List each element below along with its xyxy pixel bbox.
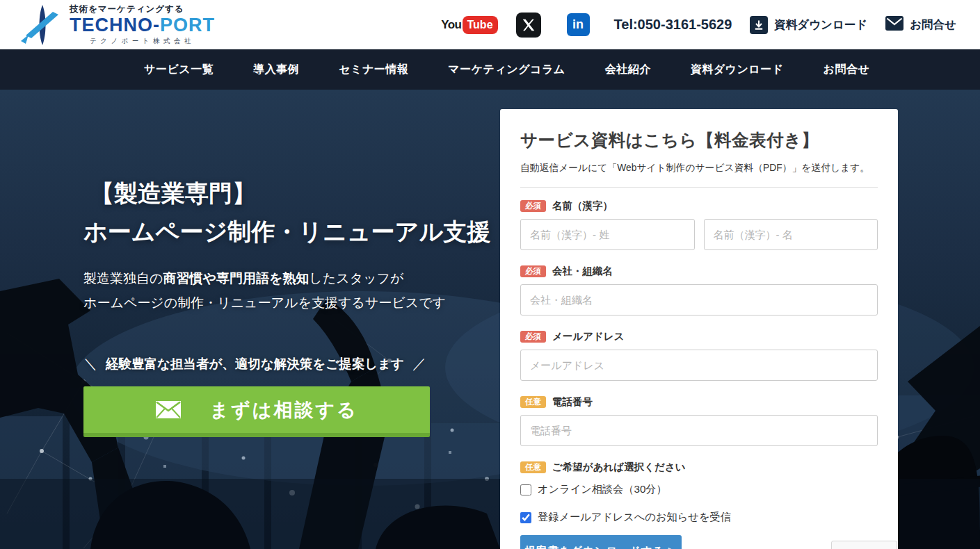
hero-title-line2: ホームページ制作・リニューアル支援 (83, 213, 501, 251)
logo-tagline: 技術をマーケティングする (70, 3, 215, 15)
header-download-label: 資料ダウンロード (774, 17, 867, 33)
consult-button-label: まずは相談する (209, 398, 358, 423)
logo-brand-dark: TECHNO- (70, 15, 160, 35)
hero-desc-line2: ホームページの制作・リニューアルを支援するサービスです (83, 291, 501, 316)
nav-item-company[interactable]: 会社紹介 (605, 63, 651, 77)
field-email-label: メールアドレス (552, 330, 625, 343)
required-badge: 必須 (520, 265, 546, 278)
field-options-label: ご希望があれば選択ください (552, 461, 686, 474)
checkbox-online-consult[interactable]: オンライン相談会（30分） (520, 482, 878, 497)
last-name-input[interactable] (520, 219, 695, 250)
logo-text: 技術をマーケティングする TECHNO-PORT テクノポート株式会社 (70, 3, 215, 46)
checkbox-online-consult-label: オンライン相談会（30分） (538, 482, 667, 497)
header-contact-label: お問合せ (910, 17, 956, 33)
download-icon (750, 16, 768, 34)
download-form-card: サービス資料はこちら【料金表付き】 自動返信メールにて「Webサイト制作のサービ… (500, 109, 898, 549)
logo-brand-light: PORT (160, 15, 215, 35)
youtube-you-text: You (441, 18, 461, 32)
field-name-label: 名前（漢字） (552, 199, 613, 213)
form-divider (520, 187, 878, 188)
nav-item-download[interactable]: 資料ダウンロード (691, 63, 784, 77)
header-download-link[interactable]: 資料ダウンロード (750, 16, 867, 34)
hero-desc-suffix: したスタッフが (309, 271, 403, 286)
linkedin-in-text: in (572, 17, 584, 32)
consult-button[interactable]: まずは相談する (83, 386, 430, 437)
linkedin-icon[interactable]: in (567, 13, 614, 36)
x-logo-box (516, 13, 541, 38)
checkbox-newsletter-label: 登録メールアドレスへのお知らせを受信 (538, 510, 731, 525)
hero-description: 製造業独自の商習慣や専門用語を熟知したスタッフが ホームページの制作・リニューア… (83, 267, 501, 316)
optional-badge: 任意 (520, 461, 546, 474)
recaptcha-badge[interactable] (831, 541, 897, 549)
logo-mark-icon (21, 4, 64, 46)
hero-proposal-line: ＼ 経験豊富な担当者が、適切な解決策をご提案します ／ (83, 354, 501, 373)
checkbox-newsletter[interactable]: 登録メールアドレスへのお知らせを受信 (520, 510, 878, 525)
slash-right-decoration: ／ (412, 354, 426, 373)
optional-badge: 任意 (520, 396, 546, 409)
newsletter-checkbox[interactable] (520, 512, 531, 523)
slash-left-decoration: ＼ (83, 354, 97, 373)
email-input[interactable] (520, 350, 878, 381)
online-consult-checkbox[interactable] (520, 484, 531, 495)
nav-item-marketing-column[interactable]: マーケティングコラム (448, 63, 565, 77)
required-badge: 必須 (520, 331, 546, 343)
form-subtitle: 自動返信メールにて「Webサイト制作のサービス資料（PDF）」を送付します。 (520, 162, 878, 174)
nav-item-seminars[interactable]: セミナー情報 (339, 63, 408, 77)
logo[interactable]: 技術をマーケティングする TECHNO-PORT テクノポート株式会社 (21, 3, 215, 46)
phone-input[interactable] (520, 415, 878, 446)
hero-proposal-text: 経験豊富な担当者が、適切な解決策をご提案します (106, 355, 404, 372)
form-submit-button[interactable]: 提案書をダウンロードする ▷ (520, 535, 682, 549)
main-nav: サービス一覧 導入事例 セミナー情報 マーケティングコラム 会社紹介 資料ダウン… (0, 49, 980, 90)
youtube-icon[interactable]: You Tube (441, 16, 497, 34)
header-contact-link[interactable]: お問合せ (885, 16, 956, 33)
first-name-input[interactable] (704, 219, 878, 250)
field-company: 必須 会社・組織名 (520, 265, 878, 316)
envelope-icon (155, 400, 182, 419)
x-twitter-icon[interactable] (516, 13, 567, 38)
logo-company-name: テクノポート株式会社 (70, 37, 215, 46)
required-badge: 必須 (520, 200, 546, 213)
header-links: You Tube in Tel:050-3161-5629 資料ダウンロード お… (441, 13, 956, 38)
hero-desc-prefix: 製造業独自の (83, 271, 163, 286)
field-phone-label: 電話番号 (552, 395, 593, 409)
logo-brand: TECHNO-PORT (70, 15, 215, 36)
company-input[interactable] (520, 284, 878, 316)
mail-icon (885, 16, 903, 33)
hero-content: 【製造業専門】 ホームページ制作・リニューアル支援 製造業独自の商習慣や専門用語… (83, 174, 501, 437)
field-options: 任意 ご希望があれば選択ください (520, 461, 878, 474)
form-title: サービス資料はこちら【料金表付き】 (520, 129, 878, 151)
nav-item-contact[interactable]: お問合せ (824, 63, 870, 77)
hero-desc-bold: 商習慣や専門用語を熟知 (163, 271, 309, 286)
nav-item-case-studies[interactable]: 導入事例 (253, 63, 299, 77)
nav-item-services[interactable]: サービス一覧 (144, 63, 214, 77)
field-name: 必須 名前（漢字） (520, 199, 878, 250)
field-phone: 任意 電話番号 (520, 395, 878, 446)
hero-title: 【製造業専門】 ホームページ制作・リニューアル支援 (83, 174, 501, 251)
field-email: 必須 メールアドレス (520, 330, 878, 381)
recaptcha-icon (849, 545, 880, 549)
site-header: 技術をマーケティングする TECHNO-PORT テクノポート株式会社 You … (0, 0, 980, 49)
linkedin-logo-box: in (567, 13, 590, 36)
hero-section: 【製造業専門】 ホームページ制作・リニューアル支援 製造業独自の商習慣や専門用語… (0, 90, 980, 549)
phone-number[interactable]: Tel:050-3161-5629 (614, 17, 732, 33)
hero-title-line1: 【製造業専門】 (83, 174, 501, 213)
field-company-label: 会社・組織名 (552, 265, 613, 278)
youtube-tube-text: Tube (463, 16, 498, 34)
